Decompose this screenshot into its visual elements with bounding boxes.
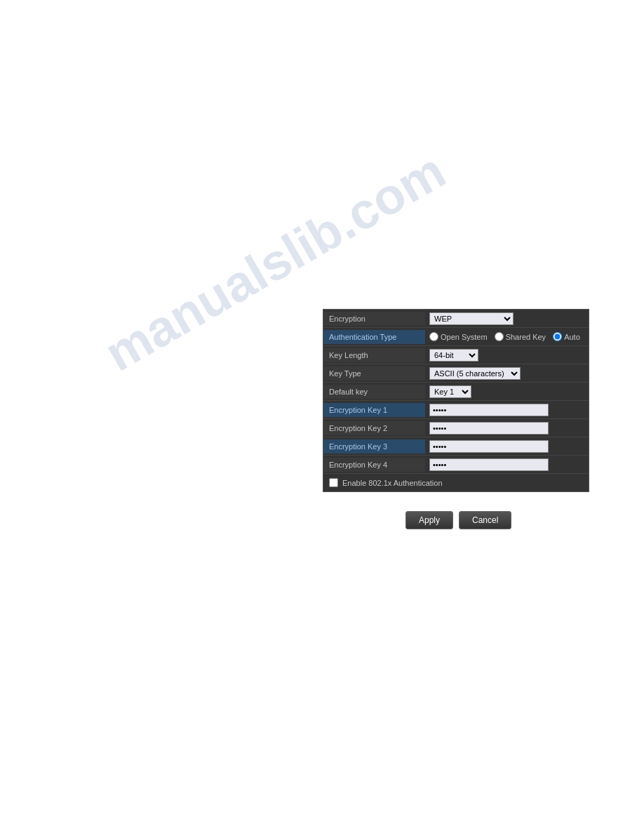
enable-8021x-label: Enable 802.1x Authentication [342,479,443,487]
auth-shared-key[interactable]: Shared Key [495,332,546,341]
default-key-select[interactable]: Key 1 Key 2 Key 3 Key 4 [429,385,471,398]
enc-key-4-label: Encryption Key 4 [323,458,425,472]
enc-key-1-label: Encryption Key 1 [323,403,425,417]
enc-key-1-input[interactable] [429,404,549,416]
key-length-select[interactable]: 64-bit 128-bit [429,349,478,362]
key-length-label: Key Length [323,348,425,362]
cancel-button[interactable]: Cancel [459,511,511,529]
auth-type-row: Authentication Type Open System Shared K… [323,328,589,346]
encryption-select[interactable]: WEP WPA WPA2 None [429,312,514,325]
auth-auto-label: Auto [564,333,580,341]
enc-key-4-row: Encryption Key 4 [323,456,589,474]
auth-radio-group: Open System Shared Key Auto [429,332,580,341]
enc-key-2-row: Encryption Key 2 [323,419,589,437]
dialog-panel: Encryption WEP WPA WPA2 None Authenticat… [323,309,589,492]
enc-key-4-input[interactable] [429,458,549,471]
auth-shared-label: Shared Key [506,333,546,341]
key-type-label: Key Type [323,366,425,380]
enable-8021x-checkbox[interactable] [329,478,338,487]
enc-key-1-row: Encryption Key 1 [323,401,589,419]
enc-key-3-control [425,438,589,455]
key-length-control: 64-bit 128-bit [425,347,589,364]
key-type-row: Key Type ASCII (5 characters) HEX (10 ch… [323,364,589,383]
auth-shared-radio[interactable] [495,332,504,341]
enc-key-3-label: Encryption Key 3 [323,439,425,454]
default-key-label: Default key [323,385,425,399]
auth-open-system[interactable]: Open System [429,332,488,341]
key-type-select[interactable]: ASCII (5 characters) HEX (10 characters) [429,367,521,380]
enc-key-2-control [425,420,589,437]
dialog-buttons: Apply Cancel [405,511,511,529]
auth-auto-radio[interactable] [553,332,562,341]
auth-auto[interactable]: Auto [553,332,580,341]
apply-button[interactable]: Apply [405,511,453,529]
default-key-control: Key 1 Key 2 Key 3 Key 4 [425,383,589,400]
enc-key-3-input[interactable] [429,440,549,453]
enc-key-4-control [425,456,589,473]
enc-key-2-input[interactable] [429,422,549,435]
enc-key-1-control [425,402,589,418]
encryption-row: Encryption WEP WPA WPA2 None [323,310,589,328]
enc-key-3-row: Encryption Key 3 [323,437,589,456]
auth-type-label: Authentication Type [323,330,425,344]
auth-open-label: Open System [441,333,488,341]
key-length-row: Key Length 64-bit 128-bit [323,346,589,364]
enable-8021x-row: Enable 802.1x Authentication [323,474,589,491]
enc-key-2-label: Encryption Key 2 [323,421,425,435]
encryption-label: Encryption [323,312,425,326]
auth-open-radio[interactable] [429,332,438,341]
auth-type-control: Open System Shared Key Auto [425,330,589,343]
encryption-control: WEP WPA WPA2 None [425,310,589,327]
key-type-control: ASCII (5 characters) HEX (10 characters) [425,365,589,382]
default-key-row: Default key Key 1 Key 2 Key 3 Key 4 [323,383,589,401]
